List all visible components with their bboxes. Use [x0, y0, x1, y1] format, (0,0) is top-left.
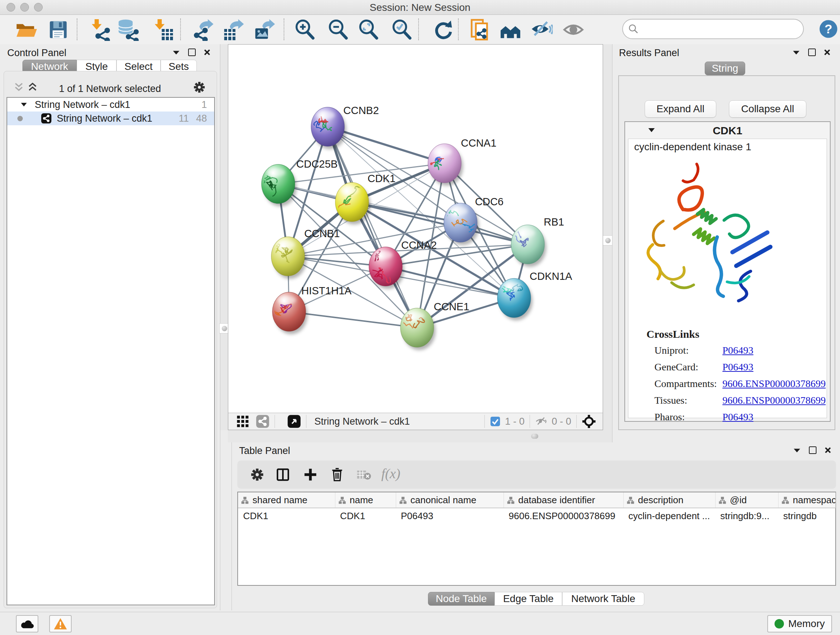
zoom-fit-button[interactable]: [357, 19, 380, 41]
panel-float-icon[interactable]: [809, 447, 816, 454]
left-splitter[interactable]: [220, 44, 228, 430]
bottom-splitter[interactable]: [228, 430, 603, 442]
selected-checkbox-icon[interactable]: [490, 416, 501, 427]
zoom-selected-button[interactable]: [391, 19, 413, 41]
cell-description[interactable]: cyclin-dependent ...: [623, 508, 715, 524]
crosslink-uniprot-link[interactable]: P06493: [722, 345, 753, 356]
crosslink-compartments-link[interactable]: 9606.ENSP00000378699: [722, 378, 826, 390]
tab-node-table[interactable]: Node Table: [428, 592, 494, 606]
panel-close-icon[interactable]: [824, 447, 831, 454]
collapse-all-button[interactable]: Collapse All: [729, 100, 806, 118]
column-header[interactable]: @id: [715, 492, 778, 508]
duplicate-network-icon: [469, 19, 491, 41]
delete-column-trash-icon[interactable]: [330, 466, 344, 482]
open-session-button[interactable]: [14, 19, 37, 41]
crosslink-label: Compartments:: [654, 378, 717, 390]
control-panel-title: Control Panel: [7, 48, 66, 59]
panel-menu-icon[interactable]: [172, 50, 180, 55]
cell-namespace[interactable]: stringdb: [778, 508, 835, 524]
export-network-button[interactable]: [191, 19, 213, 41]
expand-all-button[interactable]: Expand All: [645, 100, 716, 118]
network-name: String Network – cdk1: [57, 113, 152, 124]
houses-icon: [499, 19, 522, 41]
svg-text:CDC25B: CDC25B: [296, 158, 338, 170]
network-row-selected[interactable]: String Network – cdk1 11 48: [7, 111, 214, 125]
crosslink-pharos-link[interactable]: P06493: [722, 411, 753, 423]
column-header[interactable]: description: [623, 492, 715, 508]
panel-float-icon[interactable]: [188, 49, 196, 56]
cell-name[interactable]: CDK1: [335, 508, 396, 524]
column-header[interactable]: canonical name: [396, 492, 504, 508]
export-table-button[interactable]: [221, 19, 244, 41]
panel-float-icon[interactable]: [808, 49, 816, 56]
svg-text:CDKN1A: CDKN1A: [530, 271, 572, 282]
show-columns-icon[interactable]: [276, 467, 290, 482]
crosslink-label: Uniprot:: [654, 345, 689, 356]
cell-shared-name[interactable]: CDK1: [238, 508, 335, 524]
crosslink-tissues-link[interactable]: 9606.ENSP00000378699: [722, 394, 826, 406]
zoom-out-button[interactable]: [327, 19, 349, 41]
save-session-button[interactable]: [47, 19, 69, 41]
function-builder-button[interactable]: f(x): [381, 466, 401, 481]
tab-edge-table[interactable]: Edge Table: [494, 592, 562, 606]
network-collection-row[interactable]: String Network – cdk1 1: [7, 98, 214, 111]
toolbar-search[interactable]: [622, 19, 804, 39]
gear-icon[interactable]: [193, 81, 205, 93]
add-column-icon[interactable]: [303, 467, 317, 482]
collection-count: 1: [202, 99, 207, 111]
birdseye-toggle-icon[interactable]: [287, 415, 301, 428]
zoom-in-button[interactable]: [294, 19, 316, 41]
crosslink-genecard-link[interactable]: P06493: [722, 361, 753, 373]
export-image-icon: [253, 19, 275, 41]
import-database-icon: [117, 19, 140, 41]
table-header-row[interactable]: shared name name canonical name database…: [238, 492, 835, 508]
help-button[interactable]: ?: [818, 19, 838, 41]
fit-content-crosshair-icon[interactable]: [582, 414, 596, 429]
tree-expander-icon[interactable]: [20, 102, 27, 108]
application-window: Session: New Session: [0, 0, 840, 635]
tab-network-table[interactable]: Network Table: [562, 592, 644, 606]
clone-network-button[interactable]: [469, 19, 491, 41]
cell-id[interactable]: stringdb:9...: [715, 508, 778, 524]
table-row[interactable]: CDK1 CDK1 P06493 9606.ENSP00000378699 cy…: [238, 508, 835, 524]
gene-detail-box: cyclin-dependent kinase 1: [628, 139, 827, 418]
tab-string-results[interactable]: String: [705, 62, 745, 75]
column-header[interactable]: name: [335, 492, 396, 508]
panel-menu-icon[interactable]: [792, 50, 800, 55]
apply-layout-button[interactable]: [432, 19, 454, 41]
status-bar: Memory: [0, 612, 840, 635]
grid-view-icon[interactable]: [236, 415, 249, 428]
network-edge-count: 48: [196, 113, 207, 124]
export-image-button[interactable]: [253, 19, 275, 41]
cloud-status-button[interactable]: [16, 615, 38, 632]
hide-eye-icon: [531, 19, 553, 41]
warnings-button[interactable]: [49, 615, 72, 632]
network-view[interactable]: CCNB2CCNA1CDC25BCDK1CDC6RB1CCNB1CCNA2CDK…: [228, 44, 603, 430]
node-table[interactable]: shared name name canonical name database…: [237, 492, 836, 586]
import-table-button[interactable]: [152, 19, 174, 41]
import-network-button[interactable]: [89, 19, 111, 41]
column-header[interactable]: namespace: [778, 492, 835, 508]
first-neighbors-button[interactable]: [499, 19, 522, 41]
panel-menu-icon[interactable]: [793, 448, 801, 453]
bottom-splitter-handle[interactable]: [531, 434, 538, 439]
import-network-from-database-button[interactable]: [117, 19, 140, 41]
column-header[interactable]: database identifier: [504, 492, 623, 508]
hide-selected-button[interactable]: [531, 19, 553, 41]
network-canvas[interactable]: CCNB2CCNA1CDC25BCDK1CDC6RB1CCNB1CCNA2CDK…: [228, 44, 602, 413]
delete-table-icon[interactable]: [357, 469, 371, 481]
cell-canonical-name[interactable]: P06493: [396, 508, 504, 524]
column-header[interactable]: shared name: [238, 492, 335, 508]
cell-database-identifier[interactable]: 9606.ENSP00000378699: [504, 508, 623, 524]
toolbar-separator: [180, 19, 181, 40]
table-settings-gear-icon[interactable]: [250, 468, 264, 481]
gene-result-card: CDK1 cyclin-dependent kinase 1: [624, 121, 831, 422]
panel-close-icon[interactable]: [204, 49, 210, 56]
show-all-button[interactable]: [562, 19, 584, 41]
search-input[interactable]: [639, 23, 803, 35]
memory-button[interactable]: Memory: [767, 615, 832, 632]
string-share-icon[interactable]: [256, 415, 270, 428]
panel-close-icon[interactable]: [824, 49, 831, 56]
right-splitter-handle[interactable]: [603, 235, 613, 245]
hidden-eye-icon: [535, 416, 547, 427]
